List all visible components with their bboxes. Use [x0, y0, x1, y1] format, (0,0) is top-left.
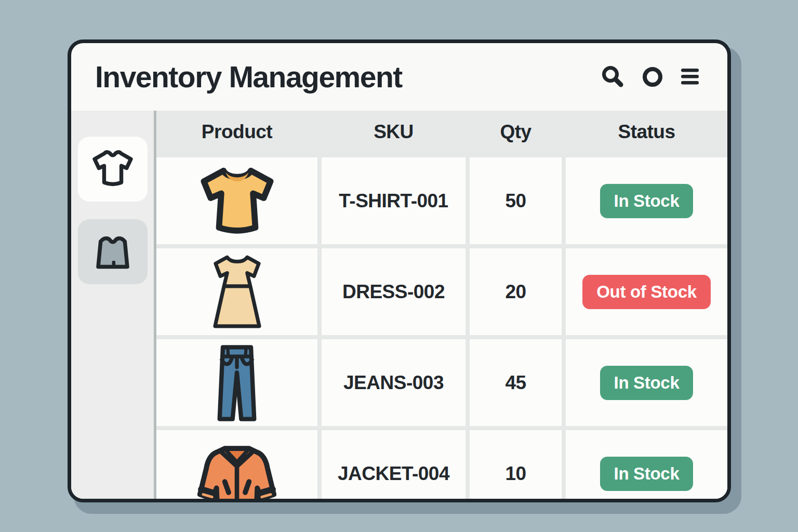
- table-header: Product SKU Qty Status: [156, 111, 727, 153]
- column-header-qty: Qty: [470, 121, 562, 143]
- window-body: Product SKU Qty Status T-SHIRT-001 50 In…: [71, 111, 727, 499]
- inventory-window: Inventory Management: [68, 39, 731, 502]
- column-header-sku: SKU: [322, 121, 466, 143]
- qty-cell: 50: [470, 157, 562, 244]
- status-badge: In Stock: [600, 184, 694, 218]
- product-cell: [156, 248, 317, 335]
- status-cell: In Stock: [566, 157, 727, 244]
- product-cell: [156, 430, 317, 499]
- qty-cell: 20: [470, 248, 562, 335]
- window-header: Inventory Management: [71, 43, 727, 111]
- column-header-product: Product: [156, 121, 317, 143]
- table-row[interactable]: T-SHIRT-001 50 In Stock: [156, 157, 727, 244]
- sku-cell: T-SHIRT-001: [322, 157, 466, 244]
- sku-cell: DRESS-002: [322, 248, 466, 335]
- status-badge: Out of Stock: [582, 275, 711, 309]
- circle-icon[interactable]: [641, 65, 664, 88]
- sidebar-item-tshirts[interactable]: [78, 137, 148, 202]
- search-icon[interactable]: [601, 64, 626, 89]
- status-badge: In Stock: [600, 366, 694, 400]
- tshirt-icon: [192, 163, 283, 239]
- table-row[interactable]: JEANS-003 45 In Stock: [156, 339, 727, 426]
- table-row[interactable]: JACKET-004 10 In Stock: [156, 430, 727, 499]
- status-badge: In Stock: [600, 457, 694, 491]
- folded-shirt-icon: [91, 232, 135, 271]
- qty-cell: 10: [470, 430, 562, 499]
- tshirt-outline-icon: [89, 148, 137, 190]
- jeans-icon: [210, 342, 264, 423]
- menu-icon[interactable]: [680, 66, 700, 88]
- sidebar: [71, 111, 156, 499]
- status-cell: In Stock: [566, 339, 727, 426]
- header-icon-group: [601, 64, 700, 89]
- sku-cell: JACKET-004: [322, 430, 466, 499]
- inventory-table: Product SKU Qty Status T-SHIRT-001 50 In…: [156, 111, 727, 499]
- product-cell: [156, 339, 317, 426]
- table-row[interactable]: DRESS-002 20 Out of Stock: [156, 248, 727, 335]
- qty-cell: 45: [470, 339, 562, 426]
- jacket-icon: [195, 442, 278, 499]
- dress-icon: [208, 252, 267, 331]
- status-cell: Out of Stock: [566, 248, 727, 335]
- sidebar-item-shirts[interactable]: [78, 219, 148, 284]
- column-header-status: Status: [566, 121, 727, 143]
- sku-cell: JEANS-003: [322, 339, 466, 426]
- page-title: Inventory Management: [95, 60, 402, 94]
- status-cell: In Stock: [566, 430, 727, 499]
- product-cell: [156, 157, 317, 244]
